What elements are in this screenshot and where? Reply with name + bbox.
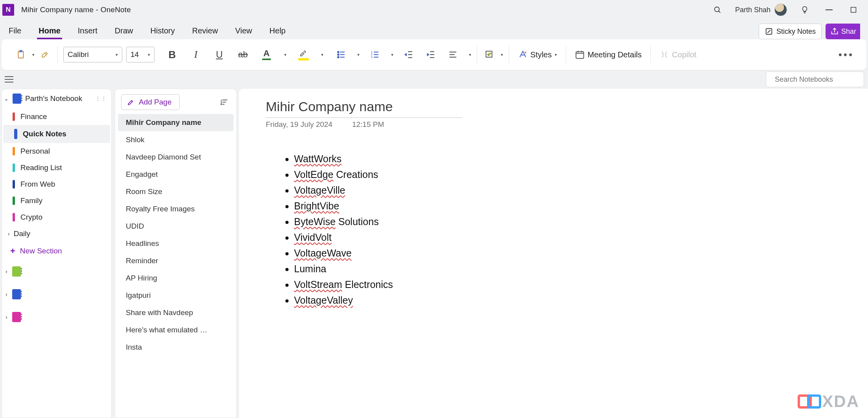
tags-chevron-icon[interactable]: ▾: [501, 52, 503, 57]
menu-file[interactable]: File: [7, 24, 23, 39]
new-section-button[interactable]: + New Section: [2, 242, 112, 260]
outdent-button[interactable]: [402, 47, 416, 62]
font-size-select[interactable]: 14▾: [126, 47, 154, 62]
italic-button[interactable]: I: [189, 47, 202, 62]
page-item[interactable]: Share with Navdeep: [115, 304, 237, 321]
list-item[interactable]: Lumina: [294, 261, 868, 277]
svg-rect-2: [851, 7, 856, 13]
maximize-button[interactable]: [847, 3, 860, 16]
plus-icon: +: [10, 246, 15, 256]
align-chevron-icon[interactable]: ▾: [469, 52, 471, 57]
meeting-details-button[interactable]: Meeting Details: [572, 47, 645, 62]
list-item[interactable]: WattWorks: [294, 151, 868, 167]
notebook-header[interactable]: ⌄ Parth's Notebook ⋮⋮: [2, 89, 112, 108]
list-item[interactable]: VoltageVille: [294, 182, 868, 198]
highlight-button[interactable]: [297, 47, 310, 62]
search-icon[interactable]: [711, 3, 724, 16]
section-quick-notes[interactable]: Quick Notes: [3, 125, 110, 143]
indent-button[interactable]: [424, 47, 438, 62]
strikethrough-button[interactable]: ab: [236, 47, 250, 62]
numbering-button[interactable]: 123: [368, 47, 382, 62]
format-painter-button[interactable]: [39, 47, 52, 62]
bullets-button[interactable]: [335, 47, 348, 62]
account-button[interactable]: Parth Shah: [735, 4, 787, 16]
font-color-chevron-icon[interactable]: ▾: [284, 52, 287, 57]
font-color-button[interactable]: A: [260, 47, 273, 62]
list-item[interactable]: VoltageWave: [294, 245, 868, 261]
pages-panel: Add Page Mihir Company nameShlokNavdeep …: [115, 89, 237, 418]
sort-pages-button[interactable]: [218, 94, 231, 110]
share-button[interactable]: Shar: [826, 24, 860, 39]
paste-button[interactable]: [14, 47, 28, 62]
page-item[interactable]: Headlines: [115, 235, 237, 252]
svg-point-10: [338, 57, 339, 58]
other-notebook-row[interactable]: ›: [2, 283, 112, 306]
ribbon-more-button[interactable]: •••: [839, 47, 854, 62]
lightbulb-icon[interactable]: [798, 3, 811, 16]
page-item[interactable]: Navdeep Diamond Set: [115, 148, 237, 166]
section-reading-list[interactable]: Reading List: [2, 160, 112, 176]
page-item[interactable]: Engadget: [115, 166, 237, 183]
copilot-label: Copilot: [672, 50, 696, 59]
menu-home[interactable]: Home: [37, 24, 62, 39]
section-group[interactable]: › Daily: [2, 226, 112, 242]
paste-chevron-icon[interactable]: ▾: [32, 52, 35, 57]
menu-help[interactable]: Help: [268, 24, 287, 39]
spell-error: VoltEdge: [294, 169, 333, 180]
note-canvas[interactable]: Mihir Company name Friday, 19 July 2024 …: [239, 89, 868, 418]
highlight-chevron-icon[interactable]: ▾: [321, 52, 324, 57]
section-personal[interactable]: Personal: [2, 143, 112, 160]
notebook-icon: [12, 289, 21, 299]
page-item[interactable]: Room Size: [115, 183, 237, 200]
bullets-chevron-icon[interactable]: ▾: [357, 52, 360, 57]
section-finance[interactable]: Finance: [2, 108, 112, 125]
section-crypto[interactable]: Crypto: [2, 209, 112, 226]
page-item[interactable]: Mihir Company name: [118, 114, 234, 131]
list-item[interactable]: ByteWise Solutions: [294, 214, 868, 229]
font-name-select[interactable]: Calibri▾: [63, 47, 122, 62]
menu-history[interactable]: History: [149, 24, 177, 39]
other-notebook-row[interactable]: ›: [2, 260, 112, 283]
minimize-button[interactable]: [822, 3, 836, 16]
section-family[interactable]: Family: [2, 192, 112, 209]
section-label: Quick Notes: [23, 130, 66, 138]
page-title[interactable]: Mihir Company name: [266, 99, 868, 116]
list-item[interactable]: VoltEdge Creations: [294, 167, 868, 182]
page-item[interactable]: Reminder: [115, 252, 237, 270]
styles-button[interactable]: Styles ▾: [515, 47, 560, 62]
navigation-toggle-button[interactable]: [5, 76, 17, 82]
copilot-button[interactable]: Copilot: [656, 47, 699, 62]
section-color-tab: [13, 163, 15, 172]
section-from-web[interactable]: From Web: [2, 176, 112, 192]
section-label: Reading List: [20, 163, 62, 172]
page-item[interactable]: Here's what emulated …: [115, 321, 237, 339]
menu-view[interactable]: View: [234, 24, 254, 39]
menu-draw[interactable]: Draw: [113, 24, 135, 39]
menu-insert[interactable]: Insert: [76, 24, 99, 39]
list-item[interactable]: BrightVibe: [294, 198, 868, 214]
list-item[interactable]: VividVolt: [294, 229, 868, 245]
numbering-chevron-icon[interactable]: ▾: [391, 52, 394, 57]
page-item[interactable]: UDID: [115, 218, 237, 235]
svg-point-8: [338, 54, 339, 55]
page-item[interactable]: Insta: [115, 339, 237, 356]
list-item[interactable]: VoltageValley: [294, 292, 868, 308]
underline-button[interactable]: U: [213, 47, 226, 62]
note-body[interactable]: WattWorksVoltEdge CreationsVoltageVilleB…: [266, 151, 868, 308]
drag-handle-icon[interactable]: ⋮⋮: [95, 95, 107, 102]
tags-button[interactable]: [483, 47, 496, 62]
other-notebook-row[interactable]: ›: [2, 306, 112, 328]
bold-button[interactable]: B: [166, 47, 179, 62]
list-item[interactable]: VoltStream Electronics: [294, 277, 868, 292]
search-notebooks-input[interactable]: [766, 72, 864, 87]
sticky-notes-button[interactable]: Sticky Notes: [759, 24, 822, 39]
page-item[interactable]: Igatpuri: [115, 287, 237, 304]
page-item[interactable]: Royalty Free Images: [115, 200, 237, 218]
menu-review[interactable]: Review: [191, 24, 220, 39]
page-item[interactable]: Shlok: [115, 131, 237, 148]
align-button[interactable]: [446, 47, 460, 62]
add-page-button[interactable]: Add Page: [121, 94, 180, 110]
search-field[interactable]: [775, 75, 866, 84]
page-item[interactable]: AP Hiring: [115, 270, 237, 287]
note-time: 12:15 PM: [352, 120, 384, 129]
